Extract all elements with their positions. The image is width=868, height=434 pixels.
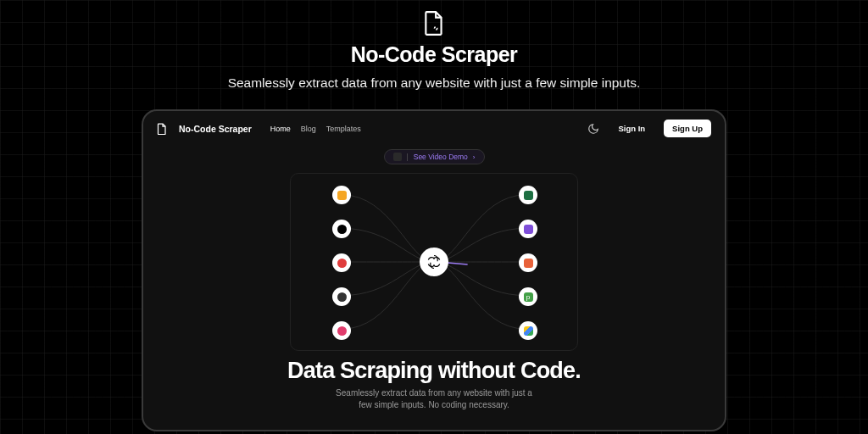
- video-demo-button[interactable]: | See Video Demo ›: [384, 149, 485, 164]
- file-logo-icon: [423, 10, 445, 36]
- integration-diagram: p: [290, 173, 578, 351]
- source-node-knack: [332, 321, 351, 340]
- source-node-producthunt: [332, 253, 351, 272]
- page-title: No-Code Scraper: [351, 42, 518, 67]
- source-node-etsy: [332, 186, 351, 204]
- openai-icon: [426, 253, 442, 270]
- dest-node-excel: [519, 186, 537, 204]
- theme-toggle-icon[interactable]: [587, 123, 599, 135]
- source-node-medium: [332, 220, 351, 238]
- source-node-wordpress: [332, 287, 351, 306]
- nav-link-templates[interactable]: Templates: [326, 125, 361, 133]
- nav-brand: No-Code Scraper: [179, 124, 252, 134]
- svg-point-0: [435, 27, 437, 30]
- nav-link-blog[interactable]: Blog: [301, 125, 316, 133]
- dest-node-parabola: p: [519, 287, 537, 306]
- hero-title: Data Scraping without Code.: [287, 358, 581, 384]
- page-subtitle: Seamlessly extract data from any website…: [228, 75, 641, 91]
- dest-node-sheets: [519, 253, 537, 272]
- center-node-openai: [420, 248, 448, 276]
- dest-node-drive: [519, 321, 537, 340]
- signup-button[interactable]: Sign Up: [664, 120, 711, 137]
- nav-link-home[interactable]: Home: [270, 125, 291, 133]
- signin-button[interactable]: Sign In: [611, 120, 652, 137]
- video-icon: [393, 153, 402, 161]
- device-mockup: No-Code Scraper Home Blog Templates Sign…: [142, 109, 726, 431]
- hero-subtitle: Seamlessly extract data from any website…: [336, 387, 532, 411]
- pill-text: See Video Demo: [414, 153, 468, 161]
- pill-separator: |: [407, 153, 409, 161]
- chevron-right-icon: ›: [473, 153, 476, 161]
- dest-node-notion: [519, 220, 537, 238]
- nav-logo-icon: [157, 123, 167, 135]
- app-navbar: No-Code Scraper Home Blog Templates Sign…: [143, 111, 725, 146]
